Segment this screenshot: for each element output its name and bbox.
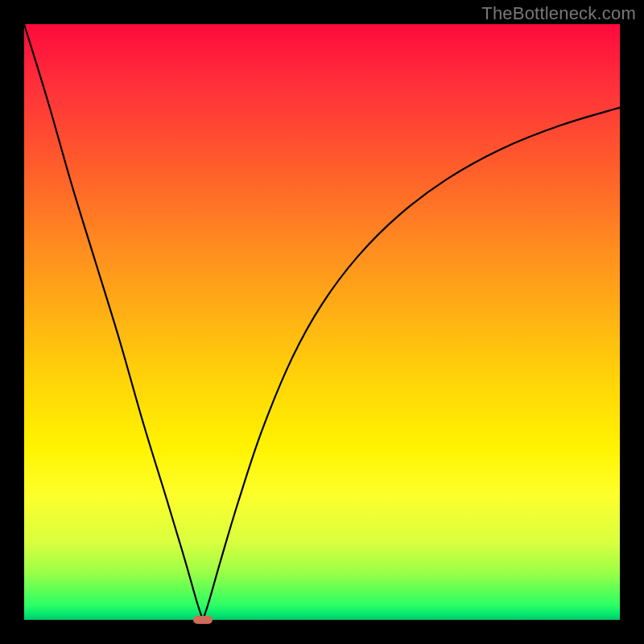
chart-frame: TheBottleneck.com — [0, 0, 644, 644]
curve-svg — [24, 24, 620, 620]
minimum-marker — [193, 616, 213, 624]
watermark-text: TheBottleneck.com — [481, 3, 636, 24]
curve-left-branch — [24, 24, 203, 620]
plot-area — [24, 24, 620, 620]
curve-right-branch — [203, 108, 620, 620]
